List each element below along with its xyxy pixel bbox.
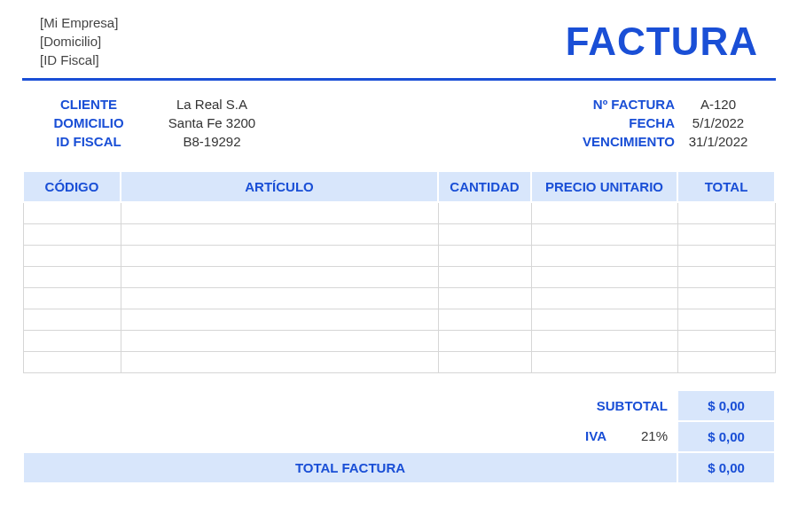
label-invoice-date: FECHA: [551, 115, 675, 130]
company-address: [Domicilio]: [40, 32, 118, 51]
invoice-number: A-120: [678, 97, 758, 112]
iva-label: IVA: [395, 421, 615, 452]
label-client-address: DOMICILIO: [40, 115, 137, 130]
subtotal-label: SUBTOTAL: [395, 390, 677, 421]
grand-total-amount: $ 0,00: [677, 452, 775, 483]
company-tax-id: [ID Fiscal]: [40, 51, 118, 69]
client-tax-id: B8-19292: [141, 134, 283, 149]
client-address: Santa Fe 3200: [141, 115, 283, 130]
table-row: [23, 287, 775, 309]
items-table: CÓDIGO ARTÍCULO CANTIDAD PRECIO UNITARIO…: [22, 170, 776, 373]
invoice-block: Nº FACTURA A-120 FECHA 5/1/2022 VENCIMIE…: [551, 97, 758, 149]
subtotal-row: SUBTOTAL $ 0,00: [23, 390, 775, 421]
totals-block: SUBTOTAL $ 0,00 IVA 21% $ 0,00 TOTAL FAC…: [22, 389, 776, 484]
items-header-row: CÓDIGO ARTÍCULO CANTIDAD PRECIO UNITARIO…: [23, 171, 775, 202]
invoice-due: 31/1/2022: [678, 134, 758, 149]
subtotal-amount: $ 0,00: [677, 390, 775, 421]
table-row: [23, 351, 775, 372]
col-code: CÓDIGO: [23, 171, 121, 202]
invoice-header: [Mi Empresa] [Domicilio] [ID Fiscal] FAC…: [22, 13, 776, 81]
table-row: [23, 223, 775, 245]
table-row: [23, 202, 775, 223]
iva-row: IVA 21% $ 0,00: [23, 421, 775, 452]
iva-amount: $ 0,00: [677, 421, 775, 452]
client-name: La Real S.A: [141, 97, 283, 112]
col-unit-price: PRECIO UNITARIO: [531, 171, 677, 202]
label-client-tax: ID FISCAL: [40, 134, 137, 149]
label-client: CLIENTE: [40, 97, 137, 112]
table-row: [23, 330, 775, 351]
invoice-meta: CLIENTE La Real S.A DOMICILIO Santa Fe 3…: [22, 97, 776, 149]
table-row: [23, 266, 775, 287]
client-block: CLIENTE La Real S.A DOMICILIO Santa Fe 3…: [40, 97, 283, 149]
grand-total-label: TOTAL FACTURA: [23, 452, 677, 483]
invoice-date: 5/1/2022: [678, 115, 758, 130]
col-article: ARTÍCULO: [121, 171, 438, 202]
document-title: FACTURA: [566, 20, 758, 64]
col-total: TOTAL: [677, 171, 775, 202]
table-row: [23, 309, 775, 330]
iva-percent: 21%: [615, 421, 677, 452]
company-name: [Mi Empresa]: [40, 13, 118, 32]
label-invoice-number: Nº FACTURA: [551, 97, 675, 112]
table-row: [23, 245, 775, 266]
grand-total-row: TOTAL FACTURA $ 0,00: [23, 452, 775, 483]
label-invoice-due: VENCIMIENTO: [551, 134, 675, 149]
col-qty: CANTIDAD: [438, 171, 531, 202]
company-info: [Mi Empresa] [Domicilio] [ID Fiscal]: [40, 13, 118, 69]
